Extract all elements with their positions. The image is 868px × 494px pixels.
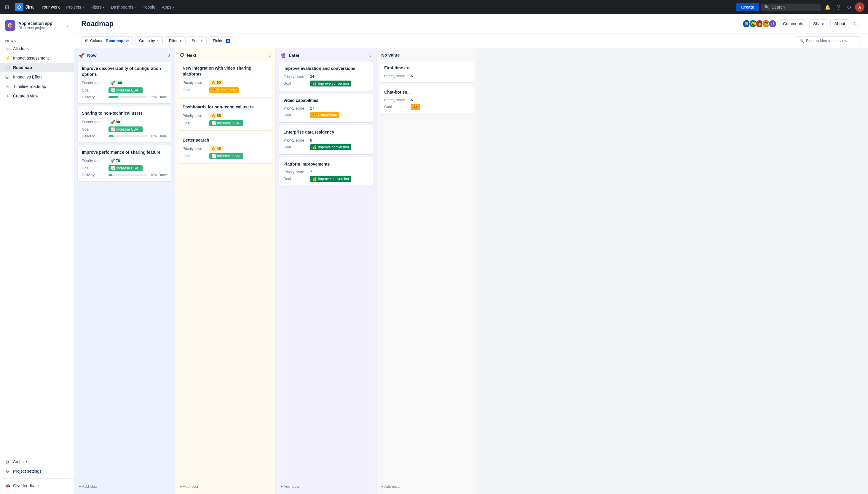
user-avatar[interactable]: A (855, 2, 865, 12)
share-button[interactable]: Share (809, 19, 828, 28)
sidebar-item-settings[interactable]: ⚙ Project settings (0, 467, 74, 476)
sidebar-item-impact-assessment[interactable]: ⚡ Impact assessment (0, 53, 74, 63)
card-dashboards-nontechnical[interactable]: Dashboards for non-technical users Prior… (179, 100, 272, 130)
column-later-title: Later (289, 53, 300, 58)
search-input[interactable] (772, 5, 813, 10)
card-performance-sharing[interactable]: Improve performance of sharing feature P… (78, 146, 171, 182)
sidebar-item-feedback[interactable]: 📣 Give feedback (0, 481, 74, 491)
fields-button[interactable]: Fields 4 (209, 36, 234, 45)
nav-projects[interactable]: Projects ▾ (63, 3, 87, 11)
sidebar-item-label: Give feedback (13, 483, 40, 488)
card-title: First-time ex... (384, 65, 470, 71)
goal-badge: 💰 Improve conversion (310, 144, 351, 150)
sidebar-item-archive[interactable]: 🗑 Archive (0, 457, 74, 467)
card-discoverability[interactable]: Improve discoverability of configuration… (78, 62, 171, 103)
goal-row: Goal 🤩 (384, 104, 470, 110)
jira-logo[interactable]: Jira (13, 3, 36, 11)
avatar-stack: 😊 😀 👩 👦 +3 (742, 20, 777, 28)
card-video-capabilities[interactable]: Video capabilities Priority score 27 Goa… (279, 94, 373, 122)
card-title: Dashboards for non-technical users (183, 104, 268, 110)
nav-filters[interactable]: Filters ▾ (88, 3, 107, 11)
sidebar-item-roadmap[interactable]: ⬜ Roadmap (0, 63, 74, 72)
column-now: 🚀 Now 3 Improve discoverability of confi… (74, 48, 175, 494)
project-info: Appreciation app Discovery project (18, 21, 62, 30)
grid-icon[interactable]: ⊞ (3, 3, 11, 12)
card-first-time[interactable]: First-time ex... Priority score 6 (380, 61, 474, 82)
project-icon: 🎯 (5, 20, 15, 31)
add-idea-label: + Add idea (381, 484, 400, 489)
card-better-search[interactable]: Better search Priority score 🔥 45 Goal 📈… (179, 133, 272, 164)
priority-row: Priority score 8 (284, 138, 368, 142)
goal-row: Goal 📈 Increase CSAT (183, 120, 268, 126)
delivery-label: Delivery (82, 173, 106, 177)
add-idea-next[interactable]: + Add idea (175, 481, 275, 492)
column-button[interactable]: ⊞ Column Roadmap ⊛ (81, 36, 133, 45)
sidebar-item-create-view[interactable]: + Create a view (0, 91, 74, 101)
sidebar-collapse-icon[interactable]: ‹ (65, 22, 69, 29)
add-idea-no-value[interactable]: + Add idea (377, 481, 477, 492)
column-no-value-cards: First-time ex... Priority score 6 Chat-b… (377, 61, 477, 479)
goal-label: Goal (82, 127, 106, 132)
sort-button[interactable]: Sort + (188, 36, 206, 45)
priority-label: Priority score (284, 138, 307, 142)
priority-row: Priority score 7 (284, 170, 368, 174)
card-video-integration[interactable]: New integration with video sharing platf… (179, 61, 272, 97)
timeline-icon: ≡ (5, 84, 10, 89)
sidebar-bottom-divider (0, 478, 74, 479)
expand-button[interactable]: ⛶ (851, 19, 861, 28)
progress-bar (109, 135, 147, 137)
group-by-button[interactable]: Group by + (135, 36, 163, 45)
column-now-count: 3 (168, 53, 170, 57)
priority-label: Priority score (183, 147, 206, 151)
nav-your-work[interactable]: Your work (38, 3, 62, 11)
card-sharing-nontechnical[interactable]: Sharing to non-technical users Priority … (78, 106, 171, 142)
nav-dashboards[interactable]: Dashboards ▾ (108, 3, 139, 11)
plus-icon: + (157, 38, 159, 43)
sidebar-item-timeline[interactable]: ≡ Timeline roadmap (0, 82, 74, 91)
help-icon[interactable]: ❓ (834, 2, 843, 12)
column-next-cards: New integration with video sharing platf… (175, 61, 275, 479)
add-idea-later[interactable]: + Add idea (276, 481, 376, 492)
project-header[interactable]: 🎯 Appreciation app Discovery project ‹ (0, 18, 74, 34)
create-button[interactable]: Create (736, 3, 759, 11)
priority-row: Priority score 34 (284, 75, 368, 79)
comments-button[interactable]: Comments (779, 19, 807, 28)
card-title: Platform improvements (284, 162, 368, 167)
idea-search[interactable]: 🔍 (796, 36, 861, 45)
sidebar-item-impact-effort[interactable]: 📊 Impact vs Effort (0, 72, 74, 82)
impact-icon: ⚡ (5, 55, 10, 61)
add-idea-now[interactable]: + Add idea (74, 481, 175, 492)
card-platform-improvements[interactable]: Platform improvements Priority score 7 G… (279, 157, 373, 186)
goal-badge: 📈 Increase CSAT (209, 120, 243, 126)
card-chatbot[interactable]: Chat-bot su... Priority score 6 Goal 🤩 (380, 85, 474, 114)
progress-label: 25% Done (150, 95, 167, 99)
idea-search-input[interactable] (806, 38, 857, 43)
card-enterprise-residency[interactable]: Enterprise data residency Priority score… (279, 125, 373, 154)
project-name: Appreciation app (18, 21, 62, 26)
nav-apps[interactable]: Apps ▾ (159, 3, 177, 11)
notifications-icon[interactable]: 🔔 (823, 2, 832, 12)
goal-row: Goal 💰 Improve conversion (284, 80, 368, 87)
score-chip: 🔥 45 (209, 146, 223, 151)
card-title: Improve performance of sharing feature (82, 150, 167, 155)
sidebar-item-all-ideas[interactable]: ≡ All ideas (0, 44, 74, 53)
filter-button[interactable]: Filter + (165, 36, 185, 45)
settings-icon[interactable]: ⚙ (844, 2, 854, 12)
toolbar: ⊞ Column Roadmap ⊛ Group by + Filter + S… (74, 34, 868, 48)
column-label: Column (90, 38, 104, 43)
nav-people[interactable]: People (139, 3, 158, 11)
app-layout: 🎯 Appreciation app Discovery project ‹ V… (0, 14, 868, 494)
goal-badge: 💰 Improve conversion (310, 80, 351, 87)
score-value: 8 (310, 138, 312, 142)
filter-label: Filter (169, 38, 178, 43)
goal-row: Goal 📈 Increase CSAT (82, 88, 167, 93)
goal-badge: 💰 Improve conversion (310, 176, 351, 182)
priority-row: Priority score 🚀 90 (82, 119, 167, 125)
about-button[interactable]: About (830, 19, 849, 28)
search-bar[interactable]: 🔍 (761, 3, 820, 11)
card-evaluation-conversions[interactable]: Improve evaluation and conversions Prior… (279, 62, 373, 91)
sidebar-bottom: 🗑 Archive ⚙ Project settings 📣 Give feed… (0, 455, 74, 491)
progress-bar (109, 96, 147, 98)
delivery-row: Delivery 13% Done (82, 134, 167, 138)
score-chip: 🔥 60 (209, 80, 223, 85)
